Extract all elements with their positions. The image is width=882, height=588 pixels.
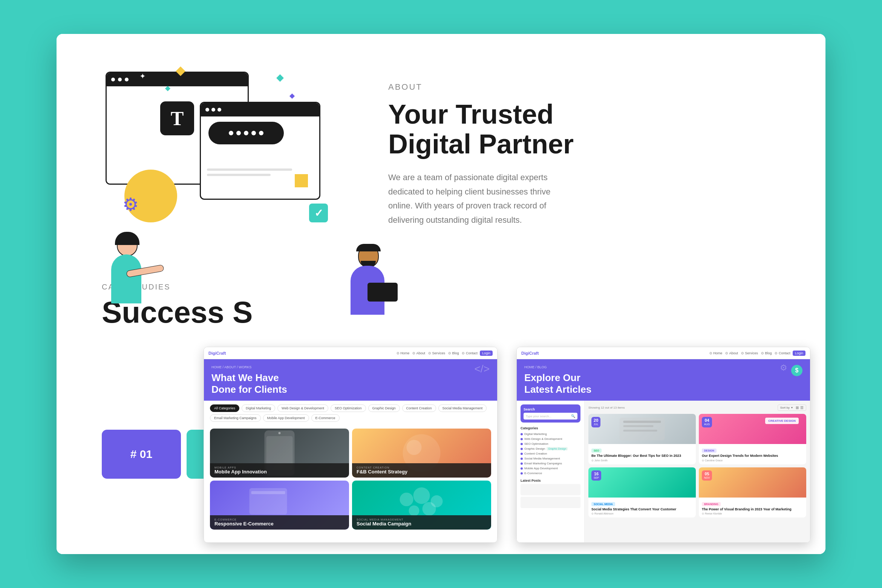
filter-email[interactable]: Email Marketing Campaigns xyxy=(210,414,261,422)
blog-date-mon-2: AUG xyxy=(704,423,710,426)
portfolio-browser[interactable]: DigiCraft ⊙ Home ⊙ About ⊙ Services ⊙ Bl… xyxy=(204,347,498,543)
chat-line-1 xyxy=(207,168,292,171)
blog-date-mon-3: SEP xyxy=(594,476,599,479)
latest-post-1[interactable] xyxy=(521,484,580,495)
cat-label-5: Content Creation xyxy=(524,452,547,455)
blog-view-grid-icon[interactable]: ⊞ xyxy=(796,406,799,410)
portfolio-nav-links: ⊙ Home ⊙ About ⊙ Services ⊙ Blog ⊙ Conta… xyxy=(397,351,478,355)
sparkle-2: ✦ xyxy=(139,72,146,81)
blog-title: Explore Our Latest Articles xyxy=(524,372,802,395)
filter-graphic[interactable]: Graphic Design xyxy=(368,404,400,412)
filter-digital[interactable]: Digital Marketing xyxy=(242,404,275,412)
cat-item-2[interactable]: Web Design & Development xyxy=(521,436,580,441)
blog-card-body-3: SOCIAL MEDIA Social Media Strategies Tha… xyxy=(588,498,696,518)
portfolio-filters: All Categories Digital Marketing Web Des… xyxy=(204,401,497,426)
checkmark-teal: ✓ xyxy=(309,204,328,222)
cat-item-4[interactable]: Graphic Design Graphic Design xyxy=(521,446,580,451)
blog-title-line1: Explore Our xyxy=(524,372,580,383)
filter-mobile[interactable]: Mobile App Development xyxy=(263,414,309,422)
portfolio-item-4[interactable]: SOCIAL MEDIA MANAGEMENT Social Media Cam… xyxy=(352,481,491,530)
about-label: ABOUT xyxy=(388,82,780,92)
svg-point-7 xyxy=(400,493,413,506)
blog-date-num-2: 04 xyxy=(704,418,710,423)
filter-seo[interactable]: SEO Optimization xyxy=(331,404,366,412)
blog-card-author-2: ⊙ Caroline Grace xyxy=(702,459,803,462)
svg-rect-13 xyxy=(623,421,661,423)
portfolio-item-label-2: CONTENT CREATION F&B Content Strategy xyxy=(352,463,491,478)
blog-search-input[interactable]: Type your search... 🔍 xyxy=(524,413,577,420)
blog-card-tag-2: DESIGN xyxy=(702,449,717,453)
blog-nav: DigiCraft ⊙ Home ⊙ About ⊙ Services ⊙ Bl… xyxy=(517,347,810,359)
woman-body xyxy=(111,254,141,303)
blog-header-dollar: $ xyxy=(791,365,802,376)
blog-card-author-3: ⊙ Ronald Atkinson xyxy=(591,512,693,515)
blog-card-4[interactable]: 05 NOV BRANDING The Power of Visual Bran… xyxy=(699,467,806,518)
blog-card-tag-4: BRANDING xyxy=(702,502,721,506)
blog-date-num-3: 16 xyxy=(594,472,599,476)
filter-social[interactable]: Social Media Management xyxy=(438,404,487,412)
svg-point-8 xyxy=(413,487,430,504)
filter-content[interactable]: Content Creation xyxy=(402,404,436,412)
illus-chat-bar xyxy=(201,103,319,116)
blog-card-tag-3: SOCIAL MEDIA xyxy=(591,502,615,506)
illus-chat-browser xyxy=(200,102,320,200)
blog-card-body-2: DESIGN Our Expert Design Trends for Mode… xyxy=(699,444,806,464)
portfolio-item-3[interactable]: E-COMMERCE Responsive E-Commerce xyxy=(210,481,349,530)
cat-label-1: Digital Marketing xyxy=(524,432,547,436)
cat-item-6[interactable]: Social Media Management xyxy=(521,456,580,461)
blog-search-box: Search Type your search... 🔍 xyxy=(521,404,580,423)
cat-dot-9 xyxy=(521,472,523,475)
cat-item-8[interactable]: Mobile App Development xyxy=(521,466,580,471)
blog-card-2[interactable]: 04 AUG CREATIVE DESIGN DESIGN Our Expert… xyxy=(699,414,806,464)
case-studies-label: CASE STUDIES xyxy=(102,283,780,291)
cat-dot-7 xyxy=(521,462,523,465)
blog-main: Showing 12 out of 13 items Sort by ▾ ⊞ ☰ xyxy=(585,401,810,542)
blog-sort[interactable]: Sort by ▾ ⊞ ☰ xyxy=(778,404,806,411)
blog-card-3[interactable]: 16 SEP SOCIAL MEDIA Social Media Strateg… xyxy=(588,467,696,518)
portfolio-item-1[interactable]: MOBILE APPS Mobile App Innovation xyxy=(210,429,349,478)
blog-search-placeholder: Type your search... xyxy=(526,415,551,418)
pi-title-2: F&B Content Strategy xyxy=(357,469,487,475)
blog-card-1[interactable]: 20 JUL SE xyxy=(588,414,696,464)
deco-diamond-1 xyxy=(276,74,284,82)
portfolio-login-btn[interactable]: Login xyxy=(480,351,493,356)
blog-card-tag-1: SEO xyxy=(591,449,602,453)
gear-icon: ⚙ xyxy=(122,194,139,215)
blog-search-label: Search xyxy=(524,407,577,411)
blog-nav-blog: ⊙ Blog xyxy=(761,351,772,355)
svg-rect-14 xyxy=(623,425,654,427)
cat-item-1[interactable]: Digital Marketing xyxy=(521,432,580,436)
blog-login-btn[interactable]: Login xyxy=(793,351,805,356)
about-text: ABOUT Your Trusted Digital Partner We ar… xyxy=(358,82,780,227)
cat-label-3: SEO Optimisation xyxy=(524,442,548,446)
cat-label-9: E-Commerce xyxy=(524,472,542,475)
portfolio-title-line2: Done for Clients xyxy=(211,384,287,395)
cat-item-9[interactable]: E-Commerce xyxy=(521,471,580,476)
cat-dot-6 xyxy=(521,458,523,460)
blog-nav-logo: DigiCraft xyxy=(521,351,539,355)
cat-item-5[interactable]: Content Creation xyxy=(521,451,580,456)
latest-post-2[interactable] xyxy=(521,497,580,508)
cat-dot-2 xyxy=(521,438,523,440)
blog-card-img-3: 16 SEP xyxy=(588,467,696,498)
filter-web[interactable]: Web Design & Development xyxy=(277,404,328,412)
portfolio-item-2[interactable]: CONTENT CREATION F&B Content Strategy xyxy=(352,429,491,478)
cat-item-7[interactable]: Email Marketing Campaigns xyxy=(521,461,580,466)
cat-item-3[interactable]: SEO Optimisation xyxy=(521,441,580,446)
case-num-text: # 01 xyxy=(130,448,152,461)
blog-title-line2: Latest Articles xyxy=(524,384,591,395)
blog-date-badge-1: 20 JUL xyxy=(591,417,600,427)
pi-title-4: Social Media Campaign xyxy=(357,521,487,527)
pi-title-3: Responsive E-Commerce xyxy=(214,521,345,527)
blog-view-list-icon[interactable]: ☰ xyxy=(800,406,804,410)
filter-ecommerce[interactable]: E-Commerce xyxy=(311,414,340,422)
blog-card-author-1: ⊙ John Smith xyxy=(591,459,693,462)
blog-card-body-4: BRANDING The Power of Visual Branding in… xyxy=(699,498,806,518)
blog-body: Search Type your search... 🔍 Categories … xyxy=(517,401,810,542)
chat-line-2 xyxy=(207,174,271,176)
blog-date-badge-2: 04 AUG xyxy=(702,417,712,427)
portfolio-nav: DigiCraft ⊙ Home ⊙ About ⊙ Services ⊙ Bl… xyxy=(204,347,497,359)
blog-browser[interactable]: DigiCraft ⊙ Home ⊙ About ⊙ Services ⊙ Bl… xyxy=(516,347,810,543)
filter-all[interactable]: All Categories xyxy=(210,404,239,412)
nav-home: ⊙ Home xyxy=(397,351,410,355)
